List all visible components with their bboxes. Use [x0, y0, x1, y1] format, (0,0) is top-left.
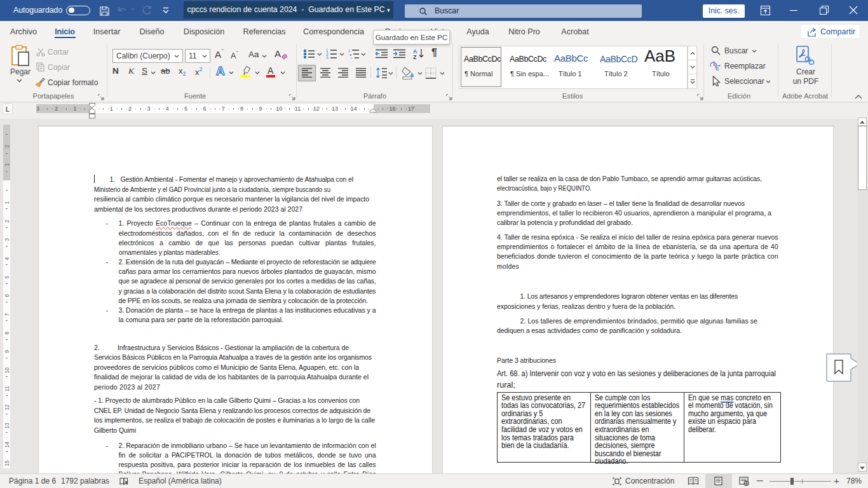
svg-text:3: 3	[326, 56, 329, 60]
svg-text:Z: Z	[413, 54, 417, 60]
svg-text:i: i	[351, 57, 351, 60]
